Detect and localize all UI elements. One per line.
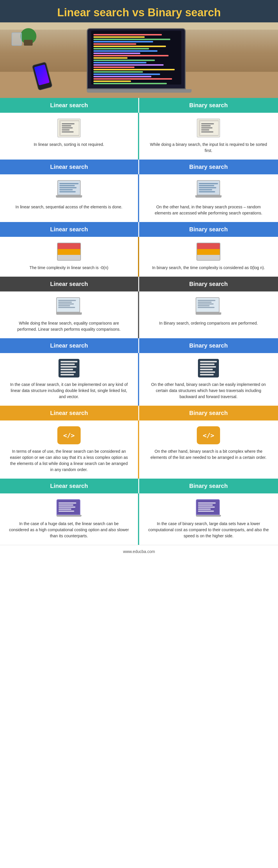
left-cell-6: </> In terms of ease of use, the linear …	[0, 421, 139, 478]
section-header-4: Linear search Binary search	[0, 277, 278, 291]
left-cell-2: In linear search, sequential access of t…	[0, 174, 139, 222]
left-text-5: In the case of linear search, it can be …	[9, 381, 129, 400]
right-text-1: While doing a binary search, the input l…	[148, 142, 270, 154]
left-header-label-2: Linear search	[50, 164, 88, 170]
content-row-1: In linear search, sorting is not require…	[0, 113, 278, 159]
footer-text: www.educba.com	[123, 549, 155, 554]
right-text-3: In binary search, the time complexity is…	[152, 265, 265, 271]
left-header-label-1: Linear search	[50, 102, 88, 108]
right-text-5: On the other hand, binary search can be …	[148, 381, 270, 400]
left-header-3: Linear search	[0, 222, 139, 237]
right-cell-6: </> On the other hand, binary search is …	[139, 421, 278, 478]
section-header-5: Linear search Binary search	[0, 338, 278, 353]
right-header-label-3: Binary search	[189, 226, 228, 232]
content-row-2: In linear search, sequential access of t…	[0, 174, 278, 222]
left-cell-7: In the case of a huge data set, the line…	[0, 493, 139, 545]
right-cell-2: On the other hand, in the binary search …	[139, 174, 278, 222]
content-row-4: While doing the linear search, equality …	[0, 291, 278, 338]
left-cell-3: The time complexity in linear search is …	[0, 237, 139, 277]
right-header-4: Binary search	[139, 277, 278, 291]
left-header-label-6: Linear search	[50, 410, 88, 416]
left-cell-1: In linear search, sorting is not require…	[0, 113, 139, 159]
right-header-1: Binary search	[139, 98, 278, 113]
purple-laptop-left	[56, 499, 82, 517]
hero-image	[0, 22, 278, 98]
left-header-1: Linear search	[0, 98, 139, 113]
section-row-2: Linear search Binary search In linear se…	[0, 159, 278, 222]
left-header-label-3: Linear search	[50, 226, 88, 232]
main-title: Linear search vs Binary search	[0, 0, 278, 22]
left-header-label-7: Linear search	[50, 483, 88, 489]
left-header-5: Linear search	[0, 338, 139, 353]
right-text-7: In the case of binary search, large data…	[148, 521, 270, 539]
section-row-5: Linear search Binary search In the case …	[0, 338, 278, 406]
left-header-2: Linear search	[0, 159, 139, 174]
right-cell-7: In the case of binary search, large data…	[139, 493, 278, 545]
left-header-4: Linear search	[0, 277, 139, 291]
left-text-3: The time complexity in linear search is …	[29, 265, 108, 271]
right-header-label-7: Binary search	[189, 483, 228, 489]
section-header-1: Linear search Binary search	[0, 98, 278, 113]
colored-screen-left	[57, 243, 81, 261]
section-header-6: Linear search Binary search	[0, 406, 278, 421]
content-row-5: In the case of linear search, it can be …	[0, 353, 278, 406]
left-cell-5: In the case of linear search, it can be …	[0, 353, 139, 406]
section-row-1: Linear search Binary search In linear se…	[0, 98, 278, 159]
right-text-6: On the other hand, binary search is a bi…	[148, 448, 270, 461]
section-header-3: Linear search Binary search	[0, 222, 278, 237]
section-row-3: Linear search Binary search The time com…	[0, 222, 278, 277]
sort-icon-left	[57, 119, 81, 137]
colored-screen-right	[196, 243, 220, 261]
sort-icon-right	[197, 119, 220, 137]
left-text-1: In linear search, sorting is not require…	[34, 142, 104, 148]
right-header-label-4: Binary search	[189, 281, 228, 287]
footer: www.educba.com	[0, 545, 278, 558]
section-row-6: Linear search Binary search </> In terms…	[0, 406, 278, 478]
comparison-icon-left	[56, 297, 82, 316]
right-cell-1: While doing a binary search, the input l…	[139, 113, 278, 159]
left-text-7: In the case of a huge data set, the line…	[9, 521, 129, 539]
right-header-label-6: Binary search	[189, 410, 228, 416]
right-header-2: Binary search	[139, 159, 278, 174]
right-text-2: On the other hand, in the binary search …	[148, 204, 270, 216]
right-header-label-1: Binary search	[189, 102, 228, 108]
purple-laptop-right	[196, 499, 221, 517]
content-row-3: The time complexity in linear search is …	[0, 237, 278, 277]
right-header-3: Binary search	[139, 222, 278, 237]
right-header-5: Binary search	[139, 338, 278, 353]
left-header-7: Linear search	[0, 478, 139, 493]
right-cell-3: In binary search, the time complexity is…	[139, 237, 278, 277]
left-cell-4: While doing the linear search, equality …	[0, 291, 139, 338]
screen-lines-icon-right	[198, 359, 219, 377]
left-text-2: In linear search, sequential access of t…	[16, 204, 122, 210]
right-cell-5: On the other hand, binary search can be …	[139, 353, 278, 406]
code-tag-icon-right: </>	[197, 426, 220, 444]
comparison-icon-right	[196, 297, 221, 316]
right-cell-4: In Binary search, ordering comparisons a…	[139, 291, 278, 338]
right-header-6: Binary search	[139, 406, 278, 421]
section-header-2: Linear search Binary search	[0, 159, 278, 174]
content-row-6: </> In terms of ease of use, the linear …	[0, 421, 278, 478]
right-header-label-2: Binary search	[189, 164, 228, 170]
content-row-7: In the case of a huge data set, the line…	[0, 493, 278, 545]
section-row-4: Linear search Binary search While doing …	[0, 277, 278, 338]
screen-lines-icon-left	[58, 359, 80, 377]
section-row-7: Linear search Binary search	[0, 478, 278, 545]
right-header-7: Binary search	[139, 478, 278, 493]
page-title: Linear search vs Binary search	[3, 6, 275, 19]
section-header-7: Linear search Binary search	[0, 478, 278, 493]
right-text-4: In Binary search, ordering comparisons a…	[159, 320, 258, 326]
left-header-label-4: Linear search	[50, 281, 88, 287]
monitor-icon-right	[195, 180, 222, 200]
left-header-label-5: Linear search	[50, 342, 88, 349]
right-header-label-5: Binary search	[189, 342, 228, 349]
monitor-icon-left	[56, 180, 82, 200]
left-text-6: In terms of ease of use, the linear sear…	[9, 448, 129, 473]
code-tag-icon-left: </>	[57, 426, 81, 444]
left-header-6: Linear search	[0, 406, 139, 421]
left-text-4: While doing the linear search, equality …	[9, 320, 129, 333]
